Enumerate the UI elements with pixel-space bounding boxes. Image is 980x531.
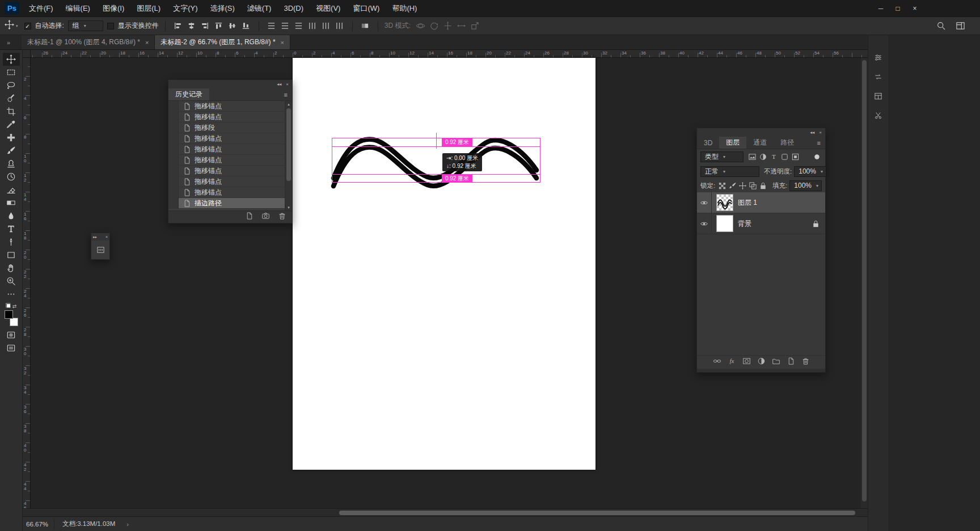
mini-panel-icon-button[interactable] [91,241,109,259]
distribute-left-edges-icon[interactable] [306,20,319,32]
workspace-switcher-icon[interactable] [954,20,966,32]
menu-item-3[interactable]: 图层(L) [130,0,167,17]
history-scrollbar-thumb[interactable] [286,108,291,181]
default-colors-icon[interactable] [6,303,11,309]
layer-filter-dropdown[interactable]: 类型 ▾ [700,151,744,162]
tool-rectangular-marquee[interactable] [3,66,20,79]
history-item-7[interactable]: 拖移锚点 [168,166,292,176]
lock-transparent-pixels-icon[interactable] [717,181,726,190]
scroll-up-icon[interactable]: ▴ [288,101,290,107]
history-item-5[interactable]: 拖移锚点 [168,144,292,155]
maximize-button[interactable]: □ [889,0,906,17]
tab-通道[interactable]: 通道 [746,137,774,149]
history-item-2[interactable]: 拖移锚点 [168,112,292,123]
panel-menu-icon[interactable]: ≡ [813,137,825,149]
collapse-panel-icon[interactable]: ◂◂ [277,82,281,87]
foreground-color-swatch[interactable] [5,310,13,319]
smart-object-filter-icon[interactable] [790,151,800,162]
menu-item-9[interactable]: 窗口(W) [347,0,386,17]
history-source-well[interactable] [168,155,179,165]
delete-state-icon[interactable] [278,212,286,222]
close-panel-icon[interactable]: × [819,130,822,135]
layer-visibility-toggle[interactable] [697,192,712,213]
filter-toggle-icon[interactable] [812,151,822,162]
menu-item-4[interactable]: 文字(Y) [167,0,204,17]
scroll-down-icon[interactable]: ▾ [288,204,290,210]
tool-history-brush[interactable] [3,170,20,183]
tab-路径[interactable]: 路径 [774,137,801,149]
ruler-origin-corner[interactable] [23,50,31,58]
menu-item-8[interactable]: 视图(V) [310,0,347,17]
tab-close-button[interactable]: × [145,39,149,46]
distribute-right-edges-icon[interactable] [333,20,346,32]
menu-item-10[interactable]: 帮助(H) [386,0,423,17]
history-source-well[interactable] [168,133,179,144]
history-item-6[interactable]: 拖移锚点 [168,155,292,166]
align-vertical-centers-icon[interactable] [226,20,239,32]
history-item-1[interactable]: 拖移锚点 [168,101,292,112]
tool-eraser[interactable] [3,183,20,196]
history-item-10[interactable]: 描边路径 [168,198,292,209]
dock-panel-4-icon[interactable] [870,108,887,123]
tool-gradient[interactable] [3,196,20,209]
swap-colors-icon[interactable]: ⇄ [12,304,17,309]
shape-layer-filter-icon[interactable] [779,151,789,162]
tool-quick-selection[interactable] [3,92,20,105]
tool-edit-toolbar[interactable] [3,288,20,301]
auto-align-layers-icon[interactable] [359,20,371,32]
screen-mode-button[interactable] [3,342,20,355]
tool-brush[interactable] [3,144,20,157]
blend-mode-dropdown[interactable]: 正常 ▾ [700,166,759,177]
panel-menu-icon[interactable]: ≡ [280,88,292,100]
status-popup-chevron[interactable]: › [123,521,132,528]
lock-position-icon[interactable] [738,181,747,190]
adjustment-layer-icon[interactable] [757,357,766,368]
history-item-8[interactable]: 拖移锚点 [168,176,292,187]
layer-row-1[interactable]: 图层 1 [697,192,825,213]
align-bottom-edges-icon[interactable] [240,20,252,32]
layer-style-icon[interactable]: fx [728,357,736,368]
history-source-well[interactable] [168,198,179,208]
pixel-layer-filter-icon[interactable] [747,151,757,162]
history-source-well[interactable] [168,166,179,176]
document-canvas[interactable]: 0.92 厘米 0.92 厘米 ⇥: 0.00 厘米 ↓: 0.92 厘米 [293,58,595,470]
menu-item-1[interactable]: 编辑(E) [60,0,96,17]
tool-blur[interactable] [3,209,20,222]
adjustment-layer-filter-icon[interactable] [758,151,768,162]
zoom-level-field[interactable]: 66.67% [23,520,54,529]
tool-zoom[interactable] [3,275,20,288]
tab-图层[interactable]: 图层 [719,137,746,149]
tool-rectangle[interactable] [3,248,20,262]
lock-image-pixels-icon[interactable] [728,181,737,190]
distribute-bottom-edges-icon[interactable] [293,20,305,32]
distribute-top-edges-icon[interactable] [265,20,278,32]
dock-panel-3-icon[interactable] [870,88,887,103]
layer-visibility-toggle[interactable] [697,213,712,234]
layer-thumbnail[interactable] [716,194,733,211]
minimize-button[interactable]: ─ [872,0,889,17]
background-color-swatch[interactable] [10,318,18,326]
document-tab-2[interactable]: 未标题-2 @ 66.7% (图层 1, RGB/8#) *× [155,35,290,49]
tab-close-button[interactable]: × [281,39,284,46]
align-horizontal-centers-icon[interactable] [185,20,198,32]
menu-item-6[interactable]: 滤镜(T) [241,0,278,17]
history-scrollbar[interactable]: ▴ ▾ [285,101,292,210]
new-group-icon[interactable] [772,357,780,368]
align-right-edges-icon[interactable] [199,20,212,32]
opacity-dropdown[interactable]: 100% ▾ [794,166,826,177]
distribute-horizontal-centers-icon[interactable] [320,20,332,32]
tool-preset-picker[interactable]: ▾ [5,20,20,32]
horizontal-scrollbar-thumb[interactable] [339,511,855,515]
history-source-well[interactable] [168,112,179,122]
tool-pen[interactable] [3,235,20,248]
auto-select-target-dropdown[interactable]: 组 ▾ [68,20,103,31]
quick-mask-button[interactable] [3,328,20,342]
history-source-well[interactable] [168,101,179,111]
tab-history[interactable]: 历史记录 [168,88,209,100]
close-button[interactable]: × [906,0,923,17]
close-panel-icon[interactable]: × [286,82,289,87]
menu-item-0[interactable]: 文件(F) [23,0,60,17]
tool-clone-stamp[interactable] [3,157,20,170]
delete-layer-icon[interactable] [801,357,810,368]
auto-select-checkbox[interactable]: ✓ [24,23,31,30]
